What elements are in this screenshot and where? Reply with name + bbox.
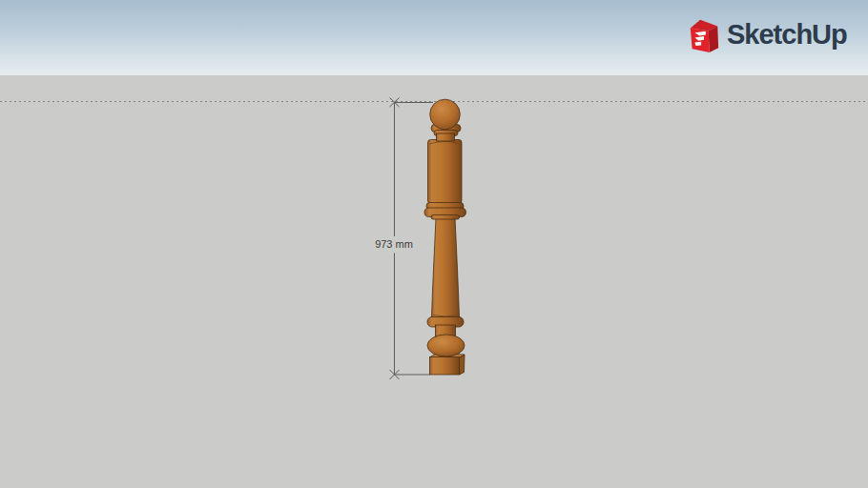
3d-viewport[interactable]: 973 mm SketchUp: [0, 0, 868, 488]
post-base-front: [430, 357, 460, 376]
post-barrel: [428, 140, 463, 204]
newel-post-model[interactable]: [0, 0, 868, 488]
post-shaft: [432, 218, 460, 318]
sketchup-logo[interactable]: SketchUp: [686, 15, 847, 55]
post-base-side: [460, 355, 465, 375]
sketchup-cube-icon: [686, 15, 722, 55]
post-bulb: [427, 335, 465, 356]
sketchup-logo-text: SketchUp: [727, 21, 847, 51]
dimension-label: 973 mm: [375, 238, 413, 250]
post-ball-finial: [430, 99, 461, 130]
